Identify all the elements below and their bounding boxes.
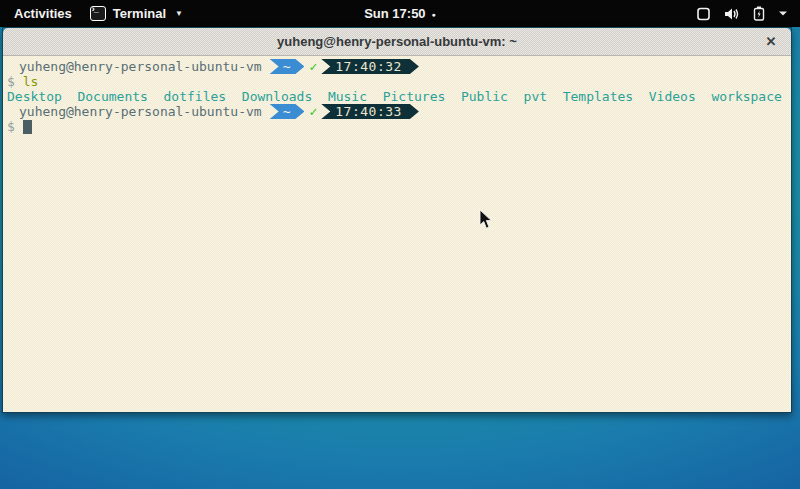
prompt-status-check-icon: ✓ (309, 104, 317, 119)
app-menu-label: Terminal (113, 6, 166, 21)
text-cursor (23, 120, 32, 134)
close-icon[interactable]: ✕ (762, 33, 780, 51)
prompt-path-segment: ~ (270, 104, 305, 119)
mouse-pointer-icon (479, 209, 493, 234)
volume-icon (724, 7, 740, 21)
ls-output-line: Desktop Documents dotfiles Downloads Mus… (7, 89, 791, 104)
terminal-window: yuheng@henry-personal-ubuntu-vm: ~ ✕ yuh… (2, 27, 792, 413)
window-title: yuheng@henry-personal-ubuntu-vm: ~ (277, 34, 517, 49)
network-icon (696, 7, 711, 21)
battery-charging-icon (753, 6, 765, 21)
command-line-1: $ ls (7, 74, 791, 89)
input-line[interactable]: $ (7, 119, 791, 134)
command-text: ls (23, 74, 39, 89)
activities-button[interactable]: Activities (10, 4, 76, 23)
top-bar: Activities Terminal ▼ Sun 17:50 ● (0, 0, 800, 27)
top-bar-left: Activities Terminal ▼ (0, 4, 183, 23)
app-menu-terminal[interactable]: Terminal ▼ (90, 6, 183, 21)
prompt-line-2: yuheng@henry-personal-ubuntu-vm ~ ✓ 17:4… (7, 104, 791, 119)
clock-label: Sun 17:50 (364, 6, 425, 21)
chevron-down-icon: ▼ (175, 9, 183, 18)
prompt-user: yuheng@henry-personal-ubuntu-vm (7, 59, 262, 74)
title-bar[interactable]: yuheng@henry-personal-ubuntu-vm: ~ ✕ (3, 28, 791, 56)
notification-dot-icon: ● (432, 11, 436, 18)
prompt-symbol: $ (7, 119, 15, 134)
terminal-pane[interactable]: yuheng@henry-personal-ubuntu-vm ~ ✓ 17:4… (3, 56, 791, 412)
prompt-time-segment: 17:40:33 (321, 104, 419, 119)
prompt-user: yuheng@henry-personal-ubuntu-vm (7, 104, 262, 119)
prompt-symbol: $ (7, 74, 15, 89)
desktop-background: Activities Terminal ▼ Sun 17:50 ● (0, 0, 800, 489)
system-tray[interactable] (696, 6, 800, 21)
chevron-down-icon (778, 10, 788, 17)
prompt-time-segment: 17:40:32 (321, 59, 419, 74)
terminal-app-icon (90, 6, 106, 21)
prompt-line-1: yuheng@henry-personal-ubuntu-vm ~ ✓ 17:4… (7, 59, 791, 74)
prompt-status-check-icon: ✓ (309, 59, 317, 74)
prompt-path-segment: ~ (270, 59, 305, 74)
